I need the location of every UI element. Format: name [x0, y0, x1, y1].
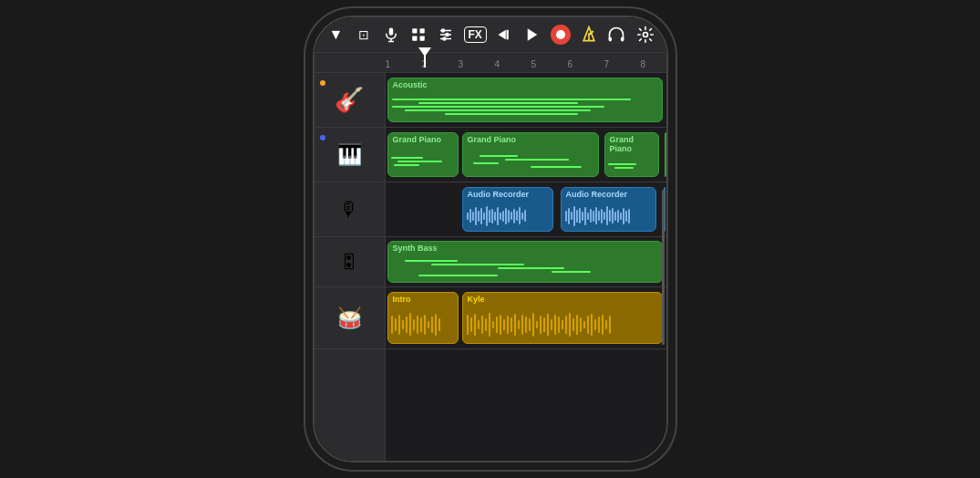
track-header-acoustic[interactable]: 🎸	[315, 73, 385, 128]
clip-piano-2[interactable]: Grand Piano	[462, 132, 599, 177]
clip-label-acoustic: Acoustic	[388, 78, 662, 91]
track-row-drums: Intro	[386, 287, 666, 349]
clip-audio-2[interactable]: Audio Recorder	[561, 187, 656, 232]
clip-label-synth: Synth Bass	[388, 242, 662, 255]
clip-content-piano-1	[388, 146, 458, 176]
clip-content-kyle	[463, 306, 662, 343]
svg-rect-0	[388, 28, 393, 36]
ruler-mark-8: 8	[641, 59, 666, 69]
tracks-area: 🎸 🎹 🎙 🎛 🥁	[315, 73, 666, 461]
clip-label-intro: Intro	[388, 293, 458, 306]
ruler-mark-3: 3	[459, 59, 495, 69]
clip-drums-kyle[interactable]: Kyle	[462, 292, 663, 344]
mic-icon[interactable]	[382, 26, 400, 43]
clip-content-intro	[388, 306, 458, 343]
tracks-dropdown-icon[interactable]: ▼	[327, 26, 346, 43]
clip-label-piano-4: Grand Piano	[665, 133, 666, 153]
svg-point-21	[643, 33, 647, 37]
screen: ▼ ⊡	[315, 17, 666, 461]
track-row-piano: Grand Piano Grand Piano	[386, 128, 666, 182]
track-header-synth[interactable]: 🎛	[315, 237, 385, 287]
svg-marker-15	[528, 28, 538, 41]
metronome-icon[interactable]	[580, 26, 598, 44]
ruler-content: 1 2 3 4 5 6 7	[386, 55, 666, 69]
svg-rect-19	[609, 37, 612, 42]
track-row-acoustic: Acoustic	[386, 73, 666, 128]
clip-content-audio-1	[463, 201, 552, 231]
clip-drums-intro[interactable]: Intro	[387, 292, 459, 344]
waveform-2	[562, 201, 655, 231]
clip-label-audio-2: Audio Recorder	[562, 188, 655, 201]
ruler-mark-7: 7	[604, 59, 641, 69]
svg-marker-13	[498, 30, 505, 40]
track-headers: 🎸 🎹 🎙 🎛 🥁	[315, 73, 386, 461]
track-row-audio: Audio Recorder	[386, 182, 666, 237]
track-dot-piano	[320, 135, 325, 140]
clip-content-piano-2	[463, 146, 598, 176]
svg-point-12	[443, 37, 446, 40]
grid-icon[interactable]	[409, 26, 428, 43]
ruler-mark-1: 1	[386, 59, 422, 69]
svg-rect-5	[412, 36, 417, 41]
tracks-content: Acoustic	[386, 73, 666, 461]
play-button[interactable]	[523, 26, 542, 43]
piano-icon: 🎹	[337, 143, 362, 167]
svg-rect-4	[419, 28, 424, 33]
toolbar-right	[607, 26, 655, 44]
clip-content-piano-3	[605, 155, 658, 176]
track-dot-acoustic	[320, 80, 325, 86]
svg-point-10	[441, 29, 444, 32]
clip-synth-1[interactable]: Synth Bass	[387, 241, 663, 283]
fx-button[interactable]: FX	[464, 26, 487, 43]
clip-piano-1[interactable]: Grand Piano	[387, 132, 459, 177]
track-header-piano[interactable]: 🎹	[315, 128, 385, 182]
ruler-mark-4: 4	[495, 59, 531, 69]
drums-icon: 🥁	[337, 307, 362, 330]
clip-label-audio-1: Audio Recorder	[463, 188, 552, 201]
toolbar: ▼ ⊡	[315, 17, 666, 53]
track-header-drums[interactable]: 🥁	[315, 287, 385, 349]
controls-icon[interactable]	[437, 26, 455, 43]
svg-rect-3	[412, 28, 417, 33]
clip-label-piano-3: Grand Piano	[605, 133, 658, 155]
record-button[interactable]	[551, 25, 571, 45]
clip-piano-3[interactable]: Grand Piano	[604, 132, 659, 177]
svg-rect-6	[419, 36, 424, 41]
clip-label-piano-2: Grand Piano	[463, 133, 598, 146]
track-header-audio[interactable]: 🎙	[315, 182, 385, 237]
toolbar-left: ▼ ⊡	[327, 25, 571, 45]
clip-label-piano-1: Grand Piano	[388, 133, 458, 146]
settings-icon[interactable]	[636, 26, 655, 44]
ruler-mark-6: 6	[568, 59, 604, 69]
clip-acoustic-1[interactable]: Acoustic	[387, 78, 663, 122]
clip-label-audio-3: Audio Recorder	[665, 188, 665, 210]
svg-point-11	[446, 34, 449, 36]
waveform-1	[463, 201, 552, 231]
clip-content-acoustic	[388, 91, 662, 121]
phone-frame: ▼ ⊡	[313, 16, 668, 462]
ruler-mark-2: 2	[422, 59, 459, 69]
ruler-mark-5: 5	[531, 59, 568, 69]
clip-audio-1[interactable]: Audio Recorder	[462, 187, 553, 232]
guitar-icon: 🎸	[335, 86, 364, 114]
rewind-button[interactable]	[496, 26, 514, 43]
clip-label-kyle: Kyle	[463, 293, 662, 306]
clip-content-audio-2	[562, 201, 655, 231]
track-scrollbar[interactable]	[662, 190, 665, 345]
mic-track-icon: 🎙	[339, 198, 359, 222]
record-dot	[556, 30, 565, 39]
track-view-icon[interactable]: ⊡	[355, 27, 373, 42]
clip-content-synth	[388, 255, 662, 282]
svg-rect-20	[621, 37, 624, 42]
synth-icon: 🎛	[340, 252, 358, 273]
headphones-icon[interactable]	[607, 26, 625, 44]
ruler: 1 2 3 4 5 6 7	[315, 53, 666, 73]
track-row-synth: Synth Bass	[386, 237, 666, 287]
svg-rect-14	[506, 30, 508, 40]
playhead[interactable]	[424, 53, 426, 68]
clip-piano-4[interactable]: Grand Piano	[665, 132, 666, 177]
